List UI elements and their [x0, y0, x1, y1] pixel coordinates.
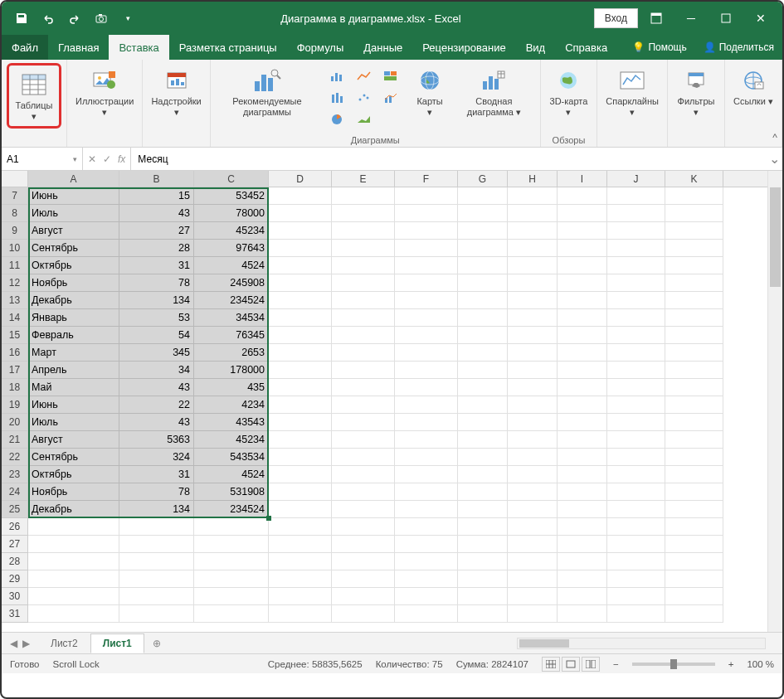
col-header-F[interactable]: F [395, 171, 458, 187]
cell[interactable] [558, 187, 607, 205]
cell[interactable] [558, 431, 607, 449]
fill-handle[interactable] [266, 516, 271, 521]
col-header-I[interactable]: I [558, 171, 607, 187]
row-header[interactable]: 18 [2, 379, 28, 396]
cell[interactable] [395, 222, 458, 240]
cell[interactable] [269, 205, 332, 222]
cell[interactable]: 435 [194, 379, 269, 396]
cell[interactable] [194, 518, 269, 536]
cell[interactable] [269, 483, 332, 501]
cell[interactable]: 531908 [194, 483, 269, 501]
cell[interactable] [508, 501, 558, 518]
col-header-H[interactable]: H [508, 171, 558, 187]
cell[interactable] [508, 449, 558, 466]
cell[interactable] [119, 553, 194, 570]
col-header-G[interactable]: G [458, 171, 508, 187]
cell[interactable] [395, 536, 458, 553]
cell[interactable]: 53452 [194, 187, 269, 205]
cell[interactable]: Июль [28, 205, 119, 222]
cell[interactable] [269, 344, 332, 362]
cell[interactable] [332, 396, 395, 414]
row-header[interactable]: 9 [2, 222, 28, 240]
cell[interactable]: 54 [119, 327, 194, 344]
cell[interactable]: Ноябрь [28, 483, 119, 501]
cell[interactable] [28, 536, 119, 553]
cell[interactable] [665, 222, 723, 240]
cell[interactable]: 324 [119, 449, 194, 466]
row-header[interactable]: 8 [2, 205, 28, 222]
cell[interactable]: Ноябрь [28, 274, 119, 292]
cell[interactable] [395, 379, 458, 396]
filters-button[interactable]: Фильтры ▾ [673, 63, 719, 120]
pivot-chart-button[interactable]: Сводная диаграмма ▾ [453, 63, 535, 120]
cell[interactable]: 53 [119, 309, 194, 327]
row-header[interactable]: 11 [2, 257, 28, 274]
col-header-E[interactable]: E [332, 171, 395, 187]
row-header[interactable]: 25 [2, 501, 28, 518]
cell[interactable] [607, 570, 665, 588]
cell[interactable] [458, 570, 508, 588]
row-header[interactable]: 29 [2, 570, 28, 588]
cell[interactable]: 43 [119, 205, 194, 222]
formula-input[interactable]: Месяц [131, 148, 766, 170]
login-button[interactable]: Вход [594, 8, 638, 28]
cell[interactable] [508, 518, 558, 536]
cell[interactable] [332, 518, 395, 536]
cell[interactable]: 4524 [194, 257, 269, 274]
cell[interactable]: 45234 [194, 431, 269, 449]
tell-me[interactable]: 💡Помощь [624, 35, 694, 60]
cell[interactable] [395, 466, 458, 483]
cell[interactable] [558, 292, 607, 309]
cell[interactable] [508, 414, 558, 431]
cell[interactable] [607, 553, 665, 570]
cell[interactable] [508, 344, 558, 362]
chart-stat-icon[interactable] [325, 88, 350, 108]
cell[interactable] [269, 379, 332, 396]
ribbon-collapse-icon[interactable]: ^ [772, 132, 777, 143]
chart-surface-icon[interactable] [352, 109, 377, 129]
cell[interactable]: 5363 [119, 431, 194, 449]
cell[interactable] [269, 605, 332, 623]
row-header[interactable]: 10 [2, 240, 28, 257]
tab-view[interactable]: Вид [516, 35, 556, 60]
cell[interactable] [558, 309, 607, 327]
column-headers[interactable]: ABCDEFGHIJK [28, 171, 767, 187]
cell[interactable] [508, 379, 558, 396]
cell[interactable]: Март [28, 344, 119, 362]
cell[interactable]: Июнь [28, 187, 119, 205]
cell[interactable] [269, 466, 332, 483]
cell[interactable] [119, 570, 194, 588]
cell[interactable] [269, 292, 332, 309]
cell[interactable] [332, 309, 395, 327]
camera-icon[interactable] [90, 7, 113, 30]
cell[interactable] [665, 344, 723, 362]
chart-scatter-icon[interactable] [352, 88, 377, 108]
cell[interactable] [665, 309, 723, 327]
cell[interactable]: Сентябрь [28, 449, 119, 466]
cell[interactable] [119, 605, 194, 623]
chart-pie-icon[interactable] [325, 109, 350, 129]
vscroll-thumb[interactable] [770, 187, 781, 287]
cell[interactable] [508, 396, 558, 414]
cell[interactable] [269, 449, 332, 466]
cell[interactable] [665, 414, 723, 431]
cell[interactable] [665, 396, 723, 414]
cell[interactable] [395, 362, 458, 379]
cell[interactable] [558, 449, 607, 466]
cell[interactable]: Октябрь [28, 257, 119, 274]
cell[interactable]: Декабрь [28, 501, 119, 518]
cell[interactable] [458, 205, 508, 222]
cell[interactable] [665, 570, 723, 588]
cell[interactable] [558, 466, 607, 483]
cell[interactable] [269, 518, 332, 536]
cell[interactable]: 4524 [194, 466, 269, 483]
cell[interactable] [607, 187, 665, 205]
cell[interactable] [194, 536, 269, 553]
cell[interactable] [607, 362, 665, 379]
cell[interactable] [28, 553, 119, 570]
cell[interactable] [558, 257, 607, 274]
cell[interactable] [665, 501, 723, 518]
cell[interactable] [28, 518, 119, 536]
col-header-A[interactable]: A [28, 171, 119, 187]
spreadsheet-grid[interactable]: ABCDEFGHIJK 7891011121314151617181920212… [2, 171, 782, 632]
